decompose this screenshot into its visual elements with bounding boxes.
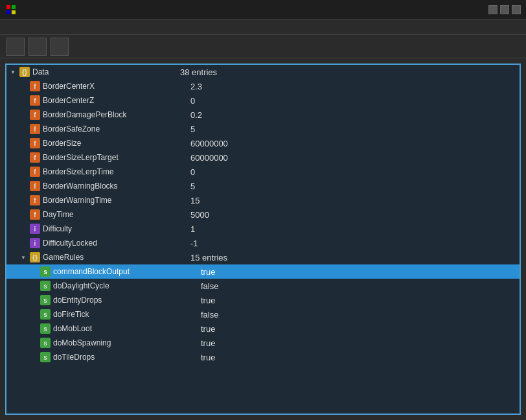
float-tag-icon: f	[30, 152, 40, 163]
tree-row[interactable]: f BorderSafeZone 5	[6, 122, 520, 136]
tree-row[interactable]: s doFireTick false	[6, 307, 520, 321]
float-tag-icon: f	[30, 181, 40, 191]
svg-rect-3	[12, 10, 16, 14]
menu-hilfe[interactable]	[18, 26, 23, 29]
row-key-label: BorderDamagePerBlock	[43, 110, 126, 119]
compound-tag-icon: {}	[19, 67, 30, 77]
float-tag-icon: f	[30, 110, 40, 120]
tree-container: {} Data 38 entries f BorderCenterX 2.3 f…	[5, 64, 521, 415]
tree-row-key: s doTileDrops	[30, 352, 198, 362]
tree-row-value: true	[198, 296, 520, 305]
tree-row-key: f BorderSafeZone	[19, 124, 188, 134]
tree-row-value: false	[198, 310, 520, 320]
tree-row-key: s commandBlockOutput	[30, 266, 198, 277]
tree-row[interactable]: f BorderSize 60000000	[6, 136, 520, 150]
tree-row[interactable]: s doDaylightCycle false	[6, 279, 520, 293]
tree-row[interactable]: f BorderSizeLerpTime 0	[6, 165, 520, 179]
int-tag-icon: i	[30, 238, 40, 248]
tree-row-value: true	[198, 324, 520, 334]
tree-row-value: 38 entries	[177, 67, 520, 77]
tree-row-value: 2.3	[188, 82, 520, 91]
tree-row-value: 0.2	[188, 110, 520, 120]
close-button[interactable]	[512, 5, 521, 14]
tree-row-key: {} Data	[9, 67, 177, 77]
tree-row-value: 5	[188, 124, 520, 134]
main-content: {} Data 38 entries f BorderCenterX 2.3 f…	[0, 58, 526, 420]
tree-row[interactable]: {} Data 38 entries	[6, 65, 520, 79]
tree-row-key: f BorderCenterX	[19, 81, 188, 91]
row-key-label: doDaylightCycle	[53, 281, 109, 290]
row-key-label: BorderSizeLerpTime	[43, 167, 114, 176]
tree-row-value: 0	[188, 167, 520, 177]
tree-row-key: {} GameRules	[19, 252, 188, 262]
row-key-label: BorderWarningTime	[43, 196, 111, 205]
tree-row-key: s doFireTick	[30, 309, 198, 320]
tree-row[interactable]: s doEntityDrops true	[6, 293, 520, 307]
tree-row[interactable]: i DifficultyLocked -1	[6, 236, 520, 250]
float-tag-icon: f	[30, 124, 40, 134]
menu-bar	[0, 19, 526, 35]
string-tag-icon: s	[40, 295, 51, 305]
tree-row[interactable]: f DayTime 5000	[6, 207, 520, 222]
row-key-label: commandBlockOutput	[53, 267, 130, 276]
row-key-label: doTileDrops	[53, 353, 95, 362]
tree-row[interactable]: s doMobSpawning true	[6, 336, 520, 350]
tree-row[interactable]: f BorderWarningTime 15	[6, 193, 520, 207]
open-button[interactable]	[29, 38, 47, 56]
new-button[interactable]	[6, 38, 25, 56]
row-key-label: doMobLoot	[53, 324, 92, 333]
tree-row-value: 5000	[188, 210, 520, 220]
tree-row[interactable]: s doTileDrops true	[6, 350, 520, 364]
row-key-label: BorderCenterX	[43, 82, 95, 91]
tree-row[interactable]: s doMobLoot true	[6, 321, 520, 336]
tree-scroll[interactable]: {} Data 38 entries f BorderCenterX 2.3 f…	[6, 65, 520, 414]
string-tag-icon: s	[40, 352, 51, 362]
tree-row-key: s doEntityDrops	[30, 295, 198, 305]
tree-row[interactable]: f BorderCenterX 2.3	[6, 79, 520, 93]
tree-row[interactable]: f BorderDamagePerBlock 0.2	[6, 108, 520, 122]
expand-icon[interactable]	[19, 253, 27, 261]
row-key-label: DifficultyLocked	[43, 239, 97, 248]
int-tag-icon: i	[30, 224, 40, 234]
string-tag-icon: s	[40, 309, 51, 320]
row-key-label: BorderSizeLerpTarget	[43, 153, 119, 162]
tree-row[interactable]: f BorderWarningBlocks 5	[6, 179, 520, 193]
float-tag-icon: f	[30, 195, 40, 205]
tree-row[interactable]: {} GameRules 15 entries	[6, 250, 520, 264]
row-key-label: BorderSafeZone	[43, 124, 100, 134]
row-key-label: DayTime	[43, 210, 74, 219]
tree-row-value: 15 entries	[188, 253, 520, 262]
float-tag-icon: f	[30, 81, 40, 91]
save-button[interactable]	[51, 38, 69, 56]
menu-datei[interactable]	[5, 26, 10, 29]
row-key-label: BorderWarningBlocks	[43, 181, 118, 191]
tree-row[interactable]: f BorderSizeLerpTarget 60000000	[6, 150, 520, 165]
tree-row-value: 5	[188, 181, 520, 191]
compound-tag-icon: {}	[30, 252, 40, 262]
tree-row-key: f BorderDamagePerBlock	[19, 110, 188, 120]
float-tag-icon: f	[30, 95, 40, 106]
tree-row-key: i Difficulty	[19, 224, 188, 234]
title-bar-left	[5, 4, 17, 16]
title-bar	[0, 0, 526, 19]
tree-row-value: -1	[188, 239, 520, 248]
tree-row-key: f BorderWarningBlocks	[19, 181, 188, 191]
tree-row[interactable]: s commandBlockOutput true	[6, 264, 520, 279]
app-icon	[5, 4, 17, 16]
tree-row-value: true	[198, 267, 520, 277]
tree-row-value: 60000000	[188, 153, 520, 163]
float-tag-icon: f	[30, 138, 40, 148]
svg-rect-0	[6, 5, 10, 9]
tree-row[interactable]: f BorderCenterZ 0	[6, 93, 520, 108]
maximize-button[interactable]	[500, 5, 509, 14]
title-bar-controls	[488, 5, 521, 14]
minimize-button[interactable]	[488, 5, 497, 14]
tree-row[interactable]: i Difficulty 1	[6, 222, 520, 236]
tree-row-key: s doMobSpawning	[30, 338, 198, 348]
tree-row-key: f BorderCenterZ	[19, 95, 188, 106]
tree-row-key: f BorderSize	[19, 138, 188, 148]
tree-row-key: f BorderSizeLerpTarget	[19, 152, 188, 163]
expand-icon[interactable]	[9, 68, 17, 76]
string-tag-icon: s	[40, 338, 51, 348]
tree-row-value: 1	[188, 224, 520, 234]
